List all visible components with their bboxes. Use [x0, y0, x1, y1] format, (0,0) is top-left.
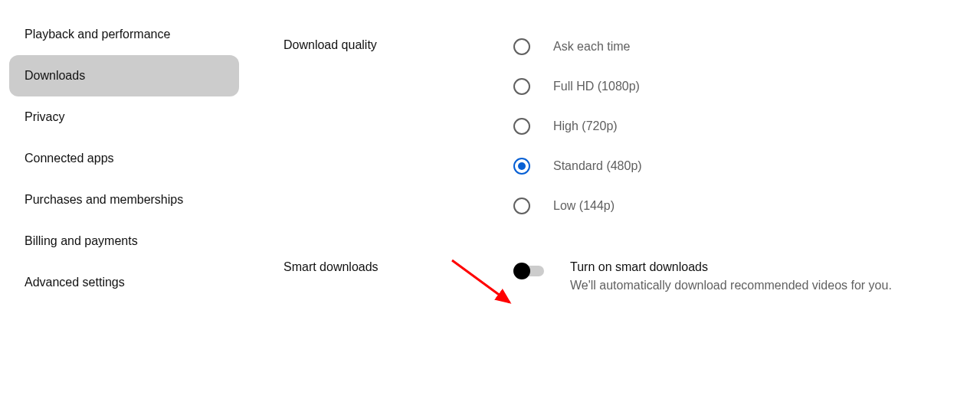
radio-label: Standard (480p)	[553, 159, 642, 173]
radio-label: High (720p)	[553, 119, 618, 133]
radio-icon	[513, 198, 530, 214]
radio-icon	[513, 158, 530, 175]
sidebar-item-label: Advanced settings	[25, 276, 125, 289]
settings-sidebar: Playback and performance Downloads Priva…	[9, 14, 239, 303]
sidebar-item-billing[interactable]: Billing and payments	[9, 220, 239, 262]
smart-downloads-description: We'll automatically download recommended…	[570, 279, 892, 292]
radio-full-hd[interactable]: Full HD (1080p)	[513, 78, 965, 95]
smart-downloads-body: Turn on smart downloads We'll automatica…	[513, 260, 965, 292]
smart-downloads-title: Turn on smart downloads	[570, 260, 892, 274]
radio-icon	[513, 78, 530, 95]
sidebar-item-label: Billing and payments	[25, 234, 138, 247]
sidebar-item-playback[interactable]: Playback and performance	[9, 14, 239, 55]
sidebar-item-label: Privacy	[25, 110, 64, 123]
sidebar-item-connected-apps[interactable]: Connected apps	[9, 138, 239, 179]
radio-label: Full HD (1080p)	[553, 80, 640, 93]
download-quality-section: Download quality Ask each time Full HD (…	[284, 38, 965, 214]
radio-low[interactable]: Low (144p)	[513, 198, 965, 214]
toggle-knob	[513, 263, 530, 279]
smart-downloads-text: Turn on smart downloads We'll automatica…	[570, 260, 892, 292]
sidebar-item-label: Connected apps	[25, 152, 114, 165]
sidebar-item-purchases[interactable]: Purchases and memberships	[9, 179, 239, 220]
sidebar-item-label: Purchases and memberships	[25, 193, 183, 206]
section-heading: Download quality	[284, 38, 513, 214]
sidebar-item-privacy[interactable]: Privacy	[9, 96, 239, 138]
radio-icon	[513, 118, 530, 135]
sidebar-item-downloads[interactable]: Downloads	[9, 55, 239, 96]
radio-high[interactable]: High (720p)	[513, 118, 965, 135]
settings-content: Download quality Ask each time Full HD (…	[284, 38, 965, 338]
sidebar-item-label: Playback and performance	[25, 28, 170, 41]
radio-icon	[513, 38, 530, 55]
sidebar-item-label: Downloads	[25, 69, 85, 82]
smart-downloads-toggle[interactable]	[513, 262, 547, 280]
download-quality-options: Ask each time Full HD (1080p) High (720p…	[513, 38, 965, 214]
smart-downloads-section: Smart downloads Turn on smart downloads …	[284, 260, 965, 292]
radio-label: Low (144p)	[553, 199, 615, 213]
radio-label: Ask each time	[553, 40, 630, 54]
sidebar-item-advanced[interactable]: Advanced settings	[9, 262, 239, 303]
section-heading: Smart downloads	[284, 260, 513, 292]
radio-ask-each-time[interactable]: Ask each time	[513, 38, 965, 55]
radio-standard[interactable]: Standard (480p)	[513, 158, 965, 175]
